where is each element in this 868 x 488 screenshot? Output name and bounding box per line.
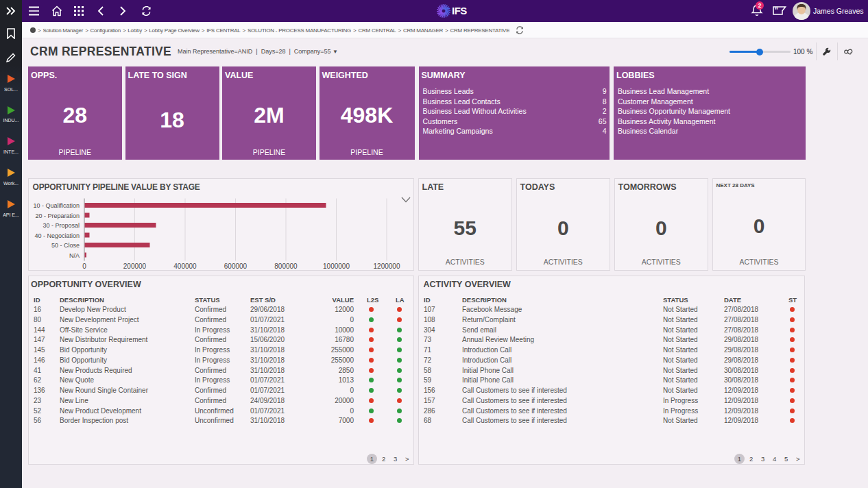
svg-text:50 - Close: 50 - Close <box>51 242 80 249</box>
svg-text:40 - Negociation: 40 - Negociation <box>34 232 80 239</box>
svg-text:10 - Qualification: 10 - Qualification <box>33 202 80 209</box>
svg-text:600000: 600000 <box>224 262 248 269</box>
svg-text:1200000: 1200000 <box>374 262 400 269</box>
svg-text:800000: 800000 <box>274 262 298 269</box>
svg-text:30 - Proposal: 30 - Proposal <box>43 222 80 229</box>
svg-text:N/A: N/A <box>69 252 80 258</box>
svg-text:200000: 200000 <box>123 262 147 269</box>
svg-text:”: ” <box>775 6 779 14</box>
svg-text:0: 0 <box>82 262 86 269</box>
svg-text:20 - Preparation: 20 - Preparation <box>35 212 80 219</box>
svg-text:1000000: 1000000 <box>323 262 350 269</box>
svg-text:400000: 400000 <box>173 262 197 269</box>
